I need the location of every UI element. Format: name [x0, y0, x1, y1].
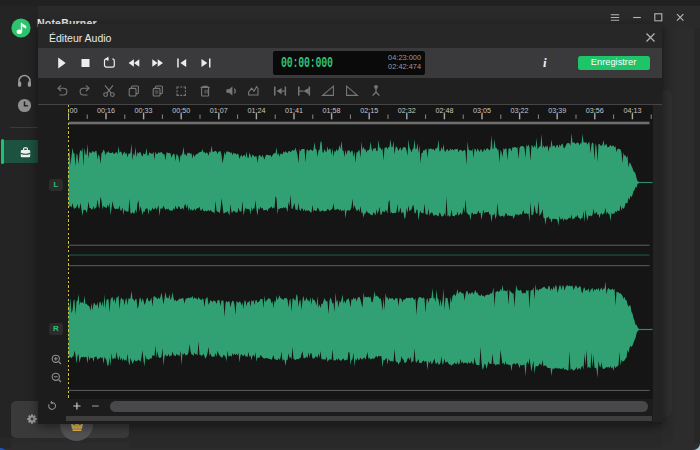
svg-text:00:00: 00:00 — [68, 106, 77, 115]
